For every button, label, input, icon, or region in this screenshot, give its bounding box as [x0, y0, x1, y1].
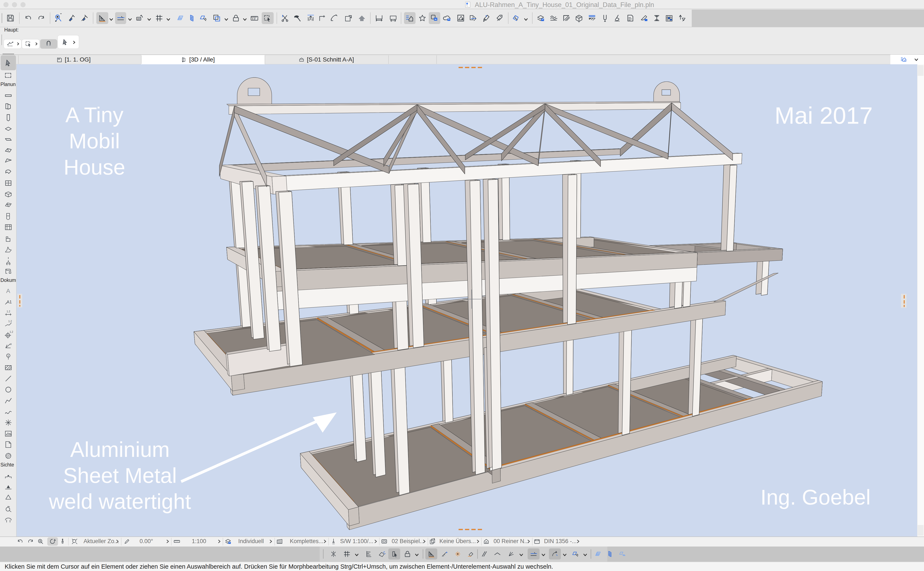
svg-text:A1: A1 — [6, 299, 12, 304]
svg-text:XY: XY — [137, 18, 141, 20]
svg-text:1.2: 1.2 — [6, 310, 10, 313]
svg-text:1.2: 1.2 — [9, 330, 13, 333]
svg-text:1: 1 — [8, 354, 9, 357]
svg-text:1 2: 1 2 — [252, 17, 255, 20]
svg-text:1.2: 1.2 — [8, 320, 12, 323]
svg-text:A: A — [6, 288, 10, 294]
svg-text:α: α — [10, 343, 12, 346]
